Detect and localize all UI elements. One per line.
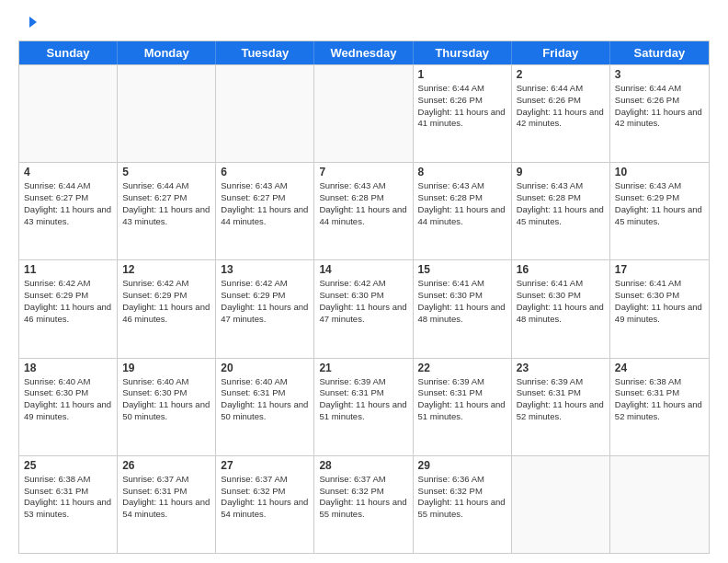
header xyxy=(18,15,710,33)
day-header-thursday: Thursday xyxy=(414,41,512,64)
day-info: Sunrise: 6:40 AMSunset: 6:31 PMDaylight:… xyxy=(221,376,309,423)
day-number: 14 xyxy=(319,263,407,276)
day-number: 18 xyxy=(24,362,112,374)
calendar-day-20: 20Sunrise: 6:40 AMSunset: 6:31 PMDayligh… xyxy=(216,359,314,455)
calendar-day-8: 8Sunrise: 6:43 AMSunset: 6:28 PMDaylight… xyxy=(414,163,512,259)
day-info: Sunrise: 6:38 AMSunset: 6:31 PMDaylight:… xyxy=(24,474,112,521)
day-info: Sunrise: 6:43 AMSunset: 6:28 PMDaylight:… xyxy=(517,180,605,227)
logo-text xyxy=(18,15,39,33)
calendar-day-11: 11Sunrise: 6:42 AMSunset: 6:29 PMDayligh… xyxy=(19,260,118,357)
day-number: 12 xyxy=(122,263,210,276)
calendar-day-22: 22Sunrise: 6:39 AMSunset: 6:31 PMDayligh… xyxy=(414,359,512,455)
day-info: Sunrise: 6:37 AMSunset: 6:32 PMDaylight:… xyxy=(319,474,407,521)
day-info: Sunrise: 6:43 AMSunset: 6:29 PMDaylight:… xyxy=(615,180,704,227)
calendar-empty-cell xyxy=(118,65,216,162)
day-header-monday: Monday xyxy=(118,41,216,64)
day-info: Sunrise: 6:42 AMSunset: 6:30 PMDaylight:… xyxy=(319,278,407,325)
day-info: Sunrise: 6:41 AMSunset: 6:30 PMDaylight:… xyxy=(615,278,704,325)
day-info: Sunrise: 6:36 AMSunset: 6:32 PMDaylight:… xyxy=(418,474,506,521)
day-number: 16 xyxy=(517,263,605,276)
calendar-day-2: 2Sunrise: 6:44 AMSunset: 6:26 PMDaylight… xyxy=(512,65,610,162)
day-number: 19 xyxy=(122,362,210,374)
calendar-day-15: 15Sunrise: 6:41 AMSunset: 6:30 PMDayligh… xyxy=(414,260,512,357)
day-number: 7 xyxy=(319,166,407,178)
calendar-empty-cell xyxy=(19,65,118,162)
day-number: 2 xyxy=(517,68,605,81)
calendar-body: 1Sunrise: 6:44 AMSunset: 6:26 PMDaylight… xyxy=(19,64,709,553)
page: SundayMondayTuesdayWednesdayThursdayFrid… xyxy=(0,0,728,563)
calendar-day-6: 6Sunrise: 6:43 AMSunset: 6:27 PMDaylight… xyxy=(216,163,314,259)
day-number: 13 xyxy=(221,263,309,276)
calendar-week-4: 18Sunrise: 6:40 AMSunset: 6:30 PMDayligh… xyxy=(19,358,709,455)
svg-marker-0 xyxy=(29,17,37,28)
day-number: 6 xyxy=(221,166,309,178)
logo xyxy=(18,15,39,33)
calendar-day-13: 13Sunrise: 6:42 AMSunset: 6:29 PMDayligh… xyxy=(216,260,314,357)
day-info: Sunrise: 6:37 AMSunset: 6:32 PMDaylight:… xyxy=(221,474,309,521)
day-info: Sunrise: 6:37 AMSunset: 6:31 PMDaylight:… xyxy=(122,474,210,521)
calendar-week-3: 11Sunrise: 6:42 AMSunset: 6:29 PMDayligh… xyxy=(19,259,709,357)
day-number: 8 xyxy=(418,166,506,178)
day-info: Sunrise: 6:40 AMSunset: 6:30 PMDaylight:… xyxy=(24,376,112,423)
day-number: 21 xyxy=(319,362,407,374)
calendar: SundayMondayTuesdayWednesdayThursdayFrid… xyxy=(18,40,710,554)
calendar-week-2: 4Sunrise: 6:44 AMSunset: 6:27 PMDaylight… xyxy=(19,162,709,259)
day-info: Sunrise: 6:39 AMSunset: 6:31 PMDaylight:… xyxy=(517,376,605,423)
day-info: Sunrise: 6:41 AMSunset: 6:30 PMDaylight:… xyxy=(418,278,506,325)
calendar-day-18: 18Sunrise: 6:40 AMSunset: 6:30 PMDayligh… xyxy=(19,359,118,455)
calendar-empty-cell xyxy=(512,456,610,553)
calendar-day-14: 14Sunrise: 6:42 AMSunset: 6:30 PMDayligh… xyxy=(314,260,413,357)
day-info: Sunrise: 6:42 AMSunset: 6:29 PMDaylight:… xyxy=(221,278,309,325)
day-number: 9 xyxy=(517,166,605,178)
day-info: Sunrise: 6:39 AMSunset: 6:31 PMDaylight:… xyxy=(418,376,506,423)
calendar-empty-cell xyxy=(610,456,709,553)
logo-icon xyxy=(20,15,39,33)
calendar-day-24: 24Sunrise: 6:38 AMSunset: 6:31 PMDayligh… xyxy=(610,359,709,455)
day-number: 23 xyxy=(517,362,605,374)
calendar-day-21: 21Sunrise: 6:39 AMSunset: 6:31 PMDayligh… xyxy=(314,359,413,455)
calendar-day-12: 12Sunrise: 6:42 AMSunset: 6:29 PMDayligh… xyxy=(118,260,216,357)
calendar-day-16: 16Sunrise: 6:41 AMSunset: 6:30 PMDayligh… xyxy=(512,260,610,357)
calendar-day-23: 23Sunrise: 6:39 AMSunset: 6:31 PMDayligh… xyxy=(512,359,610,455)
calendar-day-29: 29Sunrise: 6:36 AMSunset: 6:32 PMDayligh… xyxy=(414,456,512,553)
day-number: 11 xyxy=(24,263,112,276)
day-header-saturday: Saturday xyxy=(610,41,709,64)
calendar-header: SundayMondayTuesdayWednesdayThursdayFrid… xyxy=(19,41,709,64)
day-info: Sunrise: 6:44 AMSunset: 6:26 PMDaylight:… xyxy=(418,83,506,130)
day-number: 28 xyxy=(319,459,407,472)
calendar-week-5: 25Sunrise: 6:38 AMSunset: 6:31 PMDayligh… xyxy=(19,455,709,553)
day-number: 5 xyxy=(122,166,210,178)
calendar-day-25: 25Sunrise: 6:38 AMSunset: 6:31 PMDayligh… xyxy=(19,456,118,553)
day-info: Sunrise: 6:44 AMSunset: 6:27 PMDaylight:… xyxy=(122,180,210,227)
day-info: Sunrise: 6:44 AMSunset: 6:27 PMDaylight:… xyxy=(24,180,112,227)
day-header-sunday: Sunday xyxy=(19,41,118,64)
day-number: 22 xyxy=(418,362,506,374)
calendar-week-1: 1Sunrise: 6:44 AMSunset: 6:26 PMDaylight… xyxy=(19,64,709,162)
calendar-day-28: 28Sunrise: 6:37 AMSunset: 6:32 PMDayligh… xyxy=(314,456,413,553)
day-number: 10 xyxy=(615,166,704,178)
calendar-day-17: 17Sunrise: 6:41 AMSunset: 6:30 PMDayligh… xyxy=(610,260,709,357)
day-header-wednesday: Wednesday xyxy=(314,41,413,64)
calendar-day-3: 3Sunrise: 6:44 AMSunset: 6:26 PMDaylight… xyxy=(610,65,709,162)
day-number: 25 xyxy=(24,459,112,472)
day-info: Sunrise: 6:39 AMSunset: 6:31 PMDaylight:… xyxy=(319,376,407,423)
day-header-tuesday: Tuesday xyxy=(216,41,314,64)
day-header-friday: Friday xyxy=(512,41,610,64)
calendar-day-4: 4Sunrise: 6:44 AMSunset: 6:27 PMDaylight… xyxy=(19,163,118,259)
day-number: 24 xyxy=(615,362,704,374)
calendar-empty-cell xyxy=(216,65,314,162)
day-info: Sunrise: 6:42 AMSunset: 6:29 PMDaylight:… xyxy=(24,278,112,325)
calendar-day-10: 10Sunrise: 6:43 AMSunset: 6:29 PMDayligh… xyxy=(610,163,709,259)
day-info: Sunrise: 6:40 AMSunset: 6:30 PMDaylight:… xyxy=(122,376,210,423)
calendar-day-5: 5Sunrise: 6:44 AMSunset: 6:27 PMDaylight… xyxy=(118,163,216,259)
day-number: 26 xyxy=(122,459,210,472)
calendar-day-26: 26Sunrise: 6:37 AMSunset: 6:31 PMDayligh… xyxy=(118,456,216,553)
calendar-day-7: 7Sunrise: 6:43 AMSunset: 6:28 PMDaylight… xyxy=(314,163,413,259)
day-info: Sunrise: 6:42 AMSunset: 6:29 PMDaylight:… xyxy=(122,278,210,325)
day-info: Sunrise: 6:38 AMSunset: 6:31 PMDaylight:… xyxy=(615,376,704,423)
day-number: 27 xyxy=(221,459,309,472)
day-info: Sunrise: 6:44 AMSunset: 6:26 PMDaylight:… xyxy=(517,83,605,130)
day-number: 17 xyxy=(615,263,704,276)
day-number: 1 xyxy=(418,68,506,81)
calendar-day-9: 9Sunrise: 6:43 AMSunset: 6:28 PMDaylight… xyxy=(512,163,610,259)
